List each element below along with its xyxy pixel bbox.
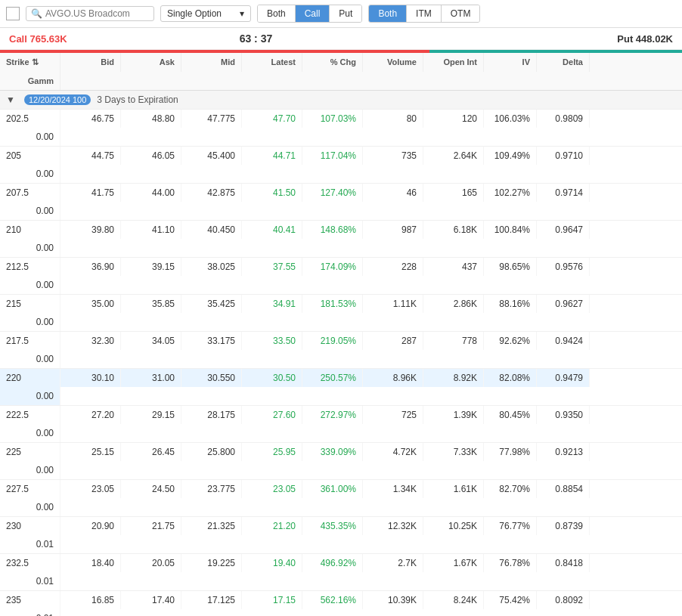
col-volume[interactable]: Volume	[363, 53, 423, 72]
search-box: 🔍	[26, 6, 154, 21]
dropdown-label: Single Option	[167, 8, 222, 19]
expiry-badge: 12/20/2024 100	[24, 94, 91, 105]
table-row[interactable]: 222.527.2029.1528.17527.60272.97%7251.39…	[0, 406, 682, 443]
table-row[interactable]: 21039.8041.1040.45040.41148.68%9876.18K1…	[0, 221, 682, 258]
top-bar: 🔍 Single Option ▾ Both Call Put Both ITM…	[0, 0, 682, 28]
col-bid[interactable]: Bid	[60, 53, 121, 72]
col-open-int[interactable]: Open Int	[423, 53, 484, 72]
put-label: Put 448.02K	[617, 33, 673, 45]
col-strike[interactable]: Strike ⇅	[0, 53, 60, 72]
chevron-down-icon: ▾	[240, 8, 244, 19]
checkbox-icon[interactable]	[6, 7, 20, 20]
table-row[interactable]: 212.536.9039.1538.02537.55174.09%2284379…	[0, 258, 682, 295]
option-type-dropdown[interactable]: Single Option ▾	[160, 5, 251, 22]
table-row[interactable]: 22030.1031.0030.55030.50250.57%8.96K8.92…	[0, 369, 682, 406]
btn-both-2[interactable]: Both	[369, 5, 406, 22]
call-put-filter: Both Call Put	[257, 5, 362, 23]
chevron-icon[interactable]: ▼	[6, 94, 15, 105]
col-ask[interactable]: Ask	[121, 53, 181, 72]
table-row[interactable]: 23020.9021.7521.32521.20435.35%12.32K10.…	[0, 517, 682, 554]
btn-put[interactable]: Put	[329, 5, 361, 22]
table-row[interactable]: 21535.0035.8535.42534.91181.53%1.11K2.86…	[0, 295, 682, 332]
col-iv[interactable]: IV	[484, 53, 537, 72]
itm-otm-filter: Both ITM OTM	[368, 5, 480, 23]
ratio-display: 63 : 37	[240, 33, 273, 45]
call-put-bar: Call 765.63K 63 : 37 Put 448.02K	[0, 28, 682, 50]
btn-itm[interactable]: ITM	[406, 5, 441, 22]
table-row[interactable]: 232.518.4020.0519.22519.40496.92%2.7K1.6…	[0, 554, 682, 591]
table-body: 202.546.7548.8047.77547.70107.03%8012010…	[0, 110, 682, 616]
col-delta[interactable]: Delta	[537, 53, 590, 72]
table-row[interactable]: 227.523.0524.5023.77523.05361.00%1.34K1.…	[0, 480, 682, 517]
table-row[interactable]: 207.541.7544.0042.87541.50127.40%4616510…	[0, 184, 682, 221]
table-row[interactable]: 20544.7546.0545.40044.71117.04%7352.64K1…	[0, 147, 682, 184]
table-header: Strike ⇅ Bid Ask Mid Latest % Chg Volume…	[0, 53, 682, 91]
call-label: Call 765.63K	[9, 33, 67, 45]
table-row[interactable]: 217.532.3034.0533.17533.50219.05%2877789…	[0, 332, 682, 369]
search-input[interactable]	[45, 8, 144, 19]
expiry-days: 3 Days to Expiration	[97, 94, 178, 105]
search-icon: 🔍	[31, 8, 42, 19]
table-row[interactable]: 202.546.7548.8047.77547.70107.03%8012010…	[0, 110, 682, 147]
btn-both-1[interactable]: Both	[258, 5, 295, 22]
table-row[interactable]: 23516.8517.4017.12517.15562.16%10.39K8.2…	[0, 591, 682, 616]
btn-otm[interactable]: OTM	[441, 5, 480, 22]
btn-call[interactable]: Call	[295, 5, 330, 22]
table-row[interactable]: 22525.1526.4525.80025.95339.09%4.72K7.33…	[0, 443, 682, 480]
col-latest[interactable]: Latest	[242, 53, 302, 72]
col-mid[interactable]: Mid	[181, 53, 242, 72]
col-gamma[interactable]: Gamm	[0, 72, 60, 90]
col-pchg[interactable]: % Chg	[302, 53, 363, 72]
expiry-row: ▼ 12/20/2024 100 3 Days to Expiration	[0, 91, 682, 110]
